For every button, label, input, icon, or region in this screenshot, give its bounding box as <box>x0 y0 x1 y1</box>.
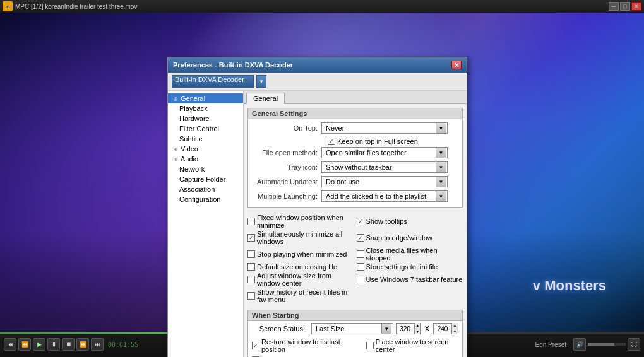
cb-close-media[interactable]: Close media files when stopped <box>357 247 463 262</box>
screen-status-label: Screen Status: <box>252 325 309 332</box>
cb-restore-position[interactable]: Restore window to its last position <box>252 338 354 353</box>
width-value: 320 <box>397 325 414 332</box>
prev-button[interactable]: ⏪ <box>18 338 31 351</box>
cb-stop-minimized-box[interactable] <box>247 250 255 258</box>
tray-icon-value: Show without taskbar <box>323 163 436 171</box>
minimize-button[interactable]: ─ <box>609 2 619 11</box>
cb-simultaneous-label: Simultaneously minimize all windows <box>257 230 354 245</box>
tree-item-filter[interactable]: Filter Control <box>168 124 243 134</box>
width-up[interactable]: ▲ <box>415 323 420 329</box>
tree-item-network[interactable]: Network <box>168 164 243 174</box>
close-button[interactable]: ✕ <box>631 2 641 11</box>
tree-item-association[interactable]: Association <box>168 184 243 194</box>
volume-bar[interactable] <box>588 343 626 346</box>
screen-status-arrow: ▼ <box>381 324 391 334</box>
cb-recent-files[interactable]: Show history of recent files in fav menu <box>247 288 354 303</box>
tree-item-capture[interactable]: Capture Folder <box>168 174 243 184</box>
cb-win7-taskbar-label: Use Windows 7 taskbar feature <box>366 276 463 283</box>
decoder-dropdown[interactable]: Built-in DXVA Decoder <box>172 75 254 88</box>
skip-back-button[interactable]: ⏮ <box>4 338 16 351</box>
height-up[interactable]: ▲ <box>452 323 458 329</box>
on-top-row: On Top: Never ▼ <box>252 122 458 134</box>
cb-store-settings[interactable]: Store settings to .ini file <box>357 263 463 271</box>
cb-restore-position-box[interactable] <box>252 342 259 349</box>
x-separator: X <box>424 325 431 332</box>
dialog-title-text: Preferences - Built-in DXVA Decoder <box>173 61 293 69</box>
cb-adjust-window-box[interactable] <box>247 276 255 283</box>
cb-win7-taskbar-box[interactable] <box>357 276 364 283</box>
pause-button[interactable]: ⏸ <box>47 338 60 351</box>
multi-launch-value: Add the clicked file to the playlist <box>323 192 436 200</box>
height-spin[interactable]: 240 ▲ ▼ <box>433 323 458 334</box>
window-controls: ─ □ ✕ <box>609 2 641 11</box>
on-top-arrow: ▼ <box>436 123 446 133</box>
cb-place-center[interactable]: Place window to screen center <box>366 338 458 353</box>
cb-fixed-window-box[interactable] <box>247 218 255 225</box>
auto-updates-select[interactable]: Do not use ▼ <box>321 176 448 187</box>
file-open-label: File open method: <box>252 149 321 156</box>
tree-item-config[interactable]: Configuration <box>168 194 243 204</box>
tree-item-playback[interactable]: Playback <box>168 103 243 114</box>
multi-launch-label: Multiple Launching: <box>252 192 321 200</box>
cb-recent-files-box[interactable] <box>247 292 255 300</box>
fullscreen-button[interactable]: ⛶ <box>628 338 640 351</box>
cb-simultaneous[interactable]: Simultaneously minimize all windows <box>247 230 354 245</box>
tree-item-subtitle[interactable]: Subtitle <box>168 134 243 144</box>
keepontop-checkbox[interactable] <box>328 138 335 145</box>
cb-close-media-box[interactable] <box>357 250 364 258</box>
cb-place-center-label: Place window to screen center <box>376 338 458 353</box>
multi-launch-row: Multiple Launching: Add the clicked file… <box>252 190 458 202</box>
decoder-dropdown-arrow[interactable]: ▼ <box>256 75 266 88</box>
next-button[interactable]: ⏩ <box>76 338 89 351</box>
cb-show-tooltips-box[interactable] <box>357 218 364 225</box>
width-spin[interactable]: 320 ▲ ▼ <box>396 323 421 334</box>
tray-icon-select[interactable]: Show without taskbar ▼ <box>321 161 448 173</box>
tree-item-audio[interactable]: ⊕Audio <box>168 154 243 164</box>
cb-show-tooltips[interactable]: Show tooltips <box>357 214 463 229</box>
screen-status-select[interactable]: Last Size ▼ <box>311 323 393 334</box>
cb-snap-edge-box[interactable] <box>357 234 364 242</box>
file-open-select[interactable]: Open similar files together ▼ <box>321 147 448 158</box>
cb-store-settings-box[interactable] <box>357 263 364 271</box>
play-button[interactable]: ▶ <box>33 338 45 351</box>
tree-item-general[interactable]: ⊕General <box>168 93 243 103</box>
content-panel: General General Settings On Top: Never ▼ <box>244 91 467 357</box>
cb-simultaneous-box[interactable] <box>247 234 255 242</box>
cb-win7-taskbar[interactable]: Use Windows 7 taskbar feature <box>357 272 463 287</box>
cb-adjust-window[interactable]: Adjust window size from window center <box>247 272 354 287</box>
general-settings-title: General Settings <box>248 108 462 119</box>
on-top-value: Never <box>323 124 436 132</box>
screen-status-value: Last Size <box>313 325 381 332</box>
cb-snap-edge[interactable]: Snap to edge/window <box>357 230 463 245</box>
height-down[interactable]: ▼ <box>452 329 458 335</box>
tab-general[interactable]: General <box>246 93 285 104</box>
auto-updates-label: Automatic Updates: <box>252 178 321 185</box>
tree-item-hardware[interactable]: Hardware <box>168 114 243 124</box>
auto-updates-arrow: ▼ <box>436 177 446 187</box>
maximize-button[interactable]: □ <box>620 2 630 11</box>
dialog-close-button[interactable]: ✕ <box>451 61 462 69</box>
tree-panel: ⊕General Playback Hardware Filter Contro… <box>168 91 244 357</box>
on-top-select[interactable]: Never ▼ <box>321 122 448 134</box>
time-display: 00:01:55 <box>105 341 141 348</box>
cb-default-size[interactable]: Default size on closing file <box>247 263 354 271</box>
cb-place-center-box[interactable] <box>366 342 374 349</box>
width-down[interactable]: ▼ <box>415 329 420 335</box>
tree-item-video[interactable]: ⊕Video <box>168 144 243 154</box>
cb-adjust-window-label: Adjust window size from window center <box>257 272 354 287</box>
cb-default-size-box[interactable] <box>247 263 255 271</box>
when-starting-title: When Starting <box>248 310 462 321</box>
preferences-dialog[interactable]: Preferences - Built-in DXVA Decoder ✕ Bu… <box>167 57 467 357</box>
cb-stop-minimized[interactable]: Stop playing when minimized <box>247 247 354 262</box>
volume-button[interactable]: 🔊 <box>573 338 586 351</box>
skip-forward-button[interactable]: ⏭ <box>91 338 104 351</box>
tray-icon-arrow: ▼ <box>436 162 446 172</box>
cb-fixed-window[interactable]: Fixed window position when minimize <box>247 214 354 229</box>
keepontop-row: Keep on top in Full screen <box>252 136 458 146</box>
multi-launch-select[interactable]: Add the clicked file to the playlist ▼ <box>321 190 448 202</box>
cb-store-settings-label: Store settings to .ini file <box>366 263 438 271</box>
volume-fill <box>588 343 614 346</box>
file-open-value: Open similar files together <box>323 149 436 156</box>
stop-button[interactable]: ⏹ <box>62 338 75 351</box>
file-open-row: File open method: Open similar files tog… <box>252 146 458 159</box>
